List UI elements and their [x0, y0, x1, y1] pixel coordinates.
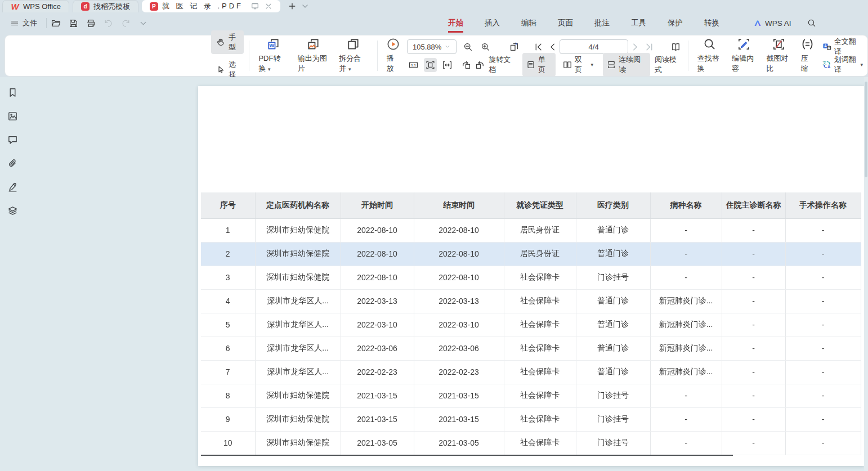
fit-page-icon [426, 60, 435, 70]
table-cell: - [785, 242, 861, 266]
tab-list-chevron-icon[interactable] [301, 2, 310, 11]
ribbon-tab-comment[interactable]: 批注 [593, 16, 611, 30]
play-button[interactable]: 播放 [383, 36, 404, 75]
double-page-icon [563, 60, 572, 69]
wps-ai-button[interactable]: WPS AI [737, 19, 791, 28]
table-cell: 社会保障卡 [504, 266, 576, 289]
zoom-level-select[interactable]: 105.88% [407, 39, 457, 54]
ribbon-tab-insert[interactable]: 插入 [484, 16, 501, 30]
document-canvas: 序号定点医药机构名称开始时间结束时间就诊凭证类型医疗类别病种名称住院主诊断名称手… [0, 77, 868, 471]
tab-document-pdf[interactable]: P 就 医 记 录 .PDF [142, 0, 280, 12]
table-row: 8深圳市妇幼保健院2021-03-152021-03-15社会保障卡门诊挂号--… [201, 384, 861, 407]
thumbnail-panel-icon[interactable] [5, 109, 20, 123]
tab-label: 找稻壳模板 [93, 2, 130, 12]
ribbon-tab-edit[interactable]: 编辑 [520, 16, 538, 30]
pdf-file-icon: P [150, 2, 158, 11]
ribbon-tab-home[interactable]: 开始 [447, 16, 464, 30]
table-cell: - [785, 337, 861, 360]
table-cell: - [785, 218, 861, 242]
zoom-in-button[interactable] [478, 40, 493, 54]
table-header-cell: 住院主诊断名称 [722, 192, 785, 218]
bookmark-panel-icon[interactable] [5, 85, 20, 100]
tab-wps-office[interactable]: W WPS Office [2, 0, 69, 12]
print-icon[interactable] [86, 19, 96, 28]
open-file-icon[interactable] [51, 19, 61, 28]
screenshot-compare-button[interactable]: 截图对比 [762, 36, 794, 75]
continuous-read-button[interactable]: 连续阅读 [603, 53, 650, 77]
next-page-button[interactable] [628, 40, 642, 54]
prev-page-button[interactable] [545, 40, 560, 54]
signature-panel-icon[interactable] [5, 180, 20, 194]
actual-size-button[interactable]: 1:1 [407, 58, 420, 72]
undo-icon[interactable] [104, 19, 113, 28]
export-image-button[interactable]: 输出为图片 [294, 36, 333, 75]
rotate-left-button[interactable] [459, 58, 473, 72]
scrollbar-thumb[interactable] [865, 82, 867, 177]
tab-label: WPS Office [23, 2, 61, 11]
fit-width-button[interactable] [440, 58, 454, 72]
table-cell: 2022-08-10 [414, 218, 504, 242]
table-cell: - [722, 337, 785, 360]
rotate-document-icon [509, 42, 519, 52]
table-cell: 2022-08-10 [341, 242, 414, 266]
close-tab-icon[interactable] [265, 2, 272, 10]
table-cell: 2022-03-06 [341, 337, 414, 360]
fit-page-button[interactable] [424, 58, 437, 72]
divider [688, 41, 688, 71]
ribbon-tab-tools[interactable]: 工具 [630, 16, 647, 30]
vertical-scrollbar[interactable] [864, 77, 868, 471]
ribbon-tab-page[interactable]: 页面 [557, 16, 574, 30]
monitor-icon[interactable] [251, 2, 259, 10]
ribbon-toolbar: 手型 选择 W PDF转换 ▾ 输出为图片 拆分合并 ▾ 播放 105.88% [5, 35, 868, 77]
full-translate-button[interactable]: A字 全文翻译 [822, 39, 863, 55]
tab-docer-templates[interactable]: d 找稻壳模板 [73, 0, 138, 12]
read-mode-label[interactable]: 阅读模式 [655, 55, 683, 75]
table-cell: 普通门诊 [576, 360, 650, 384]
last-page-button[interactable] [642, 40, 656, 54]
table-cell: 2021-03-15 [341, 407, 414, 431]
quick-access-chevron-icon[interactable] [138, 19, 148, 28]
table-cell: 深圳市龙华区人... [255, 289, 341, 313]
svg-text:1:1: 1:1 [411, 63, 416, 66]
read-mode-icon-slot[interactable] [669, 40, 683, 54]
table-cell: - [722, 407, 785, 431]
rotate-doc-button-icon-slot[interactable] [507, 40, 521, 54]
attachment-panel-icon[interactable] [5, 156, 20, 171]
save-icon[interactable] [69, 19, 78, 28]
layers-panel-icon[interactable] [5, 203, 20, 218]
double-page-button[interactable]: 双页▾ [559, 53, 597, 77]
table-cell: 2022-03-10 [341, 313, 414, 337]
table-cell: - [722, 218, 785, 242]
table-cell: 新冠肺炎门诊... [650, 360, 722, 384]
table-cell: 2022-02-23 [414, 360, 504, 384]
file-menu-button[interactable]: 文件 [6, 16, 42, 30]
split-merge-button[interactable]: 拆分合并 ▾ [335, 36, 372, 75]
single-page-button[interactable]: 单页 [522, 53, 556, 77]
redo-icon[interactable] [121, 19, 131, 28]
pdf-convert-button[interactable]: W PDF转换 ▾ [254, 36, 291, 75]
ribbon-tab-protect[interactable]: 保护 [666, 16, 684, 30]
page-number-input[interactable]: 4/4 [560, 39, 628, 54]
new-tab-button[interactable] [288, 2, 296, 10]
global-search-icon[interactable] [807, 19, 816, 28]
divider [377, 41, 378, 71]
table-header-cell: 手术操作名称 [785, 192, 861, 218]
rotate-right-button[interactable] [473, 58, 486, 72]
hand-icon [216, 38, 225, 47]
ribbon-tab-convert[interactable]: 转换 [703, 16, 721, 30]
table-cell: 9 [201, 407, 255, 431]
comment-panel-icon[interactable] [5, 132, 20, 147]
find-replace-button[interactable]: 查找替换 [693, 36, 726, 75]
rotate-doc-label[interactable]: 旋转文档 [489, 55, 517, 75]
compress-icon [801, 38, 814, 51]
compress-button[interactable]: 压缩 [797, 36, 818, 75]
table-cell: 深圳市妇幼保健院 [255, 266, 341, 289]
zoom-out-button[interactable] [461, 40, 475, 54]
word-translate-button[interactable]: 文A 划词翻译 ▾ [822, 57, 863, 73]
table-cell: 社会保障卡 [504, 384, 576, 407]
edit-content-button[interactable]: 编辑内容 [728, 36, 760, 75]
table-cell: 社会保障卡 [504, 360, 576, 384]
hand-tool-button[interactable]: 手型 [211, 30, 244, 54]
divider [46, 18, 47, 28]
first-page-button[interactable] [531, 40, 545, 54]
